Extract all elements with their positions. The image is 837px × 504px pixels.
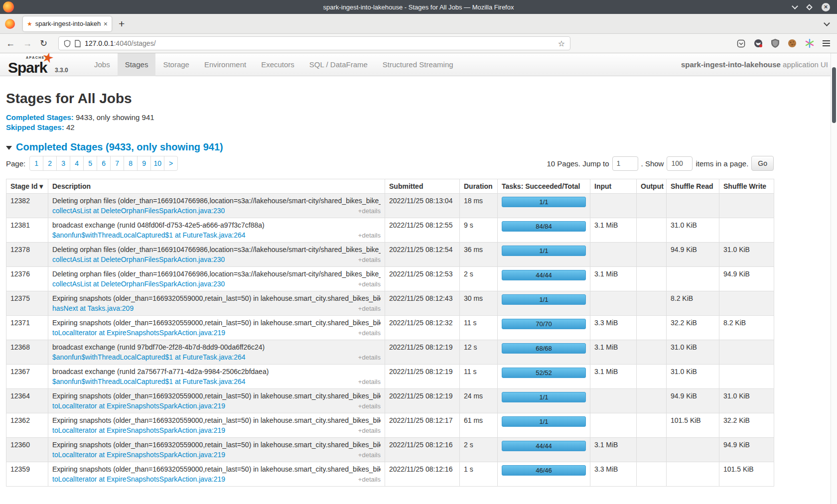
page-scrollbar[interactable] <box>831 53 837 504</box>
go-button[interactable]: Go <box>751 156 774 171</box>
cookie-extension-icon[interactable] <box>788 39 797 48</box>
details-toggle[interactable]: +details <box>355 280 381 288</box>
column-header[interactable]: Input <box>590 179 637 194</box>
pages-jump-label: 10 Pages. Jump to <box>547 159 609 168</box>
browser-tab[interactable]: ★ spark-ingest-into-lakehous × <box>23 16 112 31</box>
page-info-icon[interactable] <box>75 40 81 47</box>
stage-detail-link[interactable]: collectAsList at DeleteOrphanFilesSparkA… <box>52 280 225 288</box>
page-button-1[interactable]: 1 <box>29 156 43 171</box>
details-toggle[interactable]: +details <box>355 207 381 215</box>
page-button->[interactable]: > <box>164 156 178 171</box>
nav-item-storage[interactable]: Storage <box>155 53 197 76</box>
skipped-stages-label[interactable]: Skipped Stages: <box>6 123 64 131</box>
url-bar[interactable]: 127.0.0.1:4040/stages/ ☆ <box>58 36 570 50</box>
column-header[interactable]: Shuffle Write <box>719 179 774 194</box>
details-toggle[interactable]: +details <box>355 427 381 434</box>
page-button-2[interactable]: 2 <box>43 156 57 171</box>
privacy-mask-extension-icon[interactable] <box>754 39 763 48</box>
nav-item-environment[interactable]: Environment <box>197 53 254 76</box>
details-toggle[interactable]: +details <box>355 476 381 483</box>
stage-detail-link[interactable]: $anonfun$withThreadLocalCaptured$1 at Fu… <box>52 378 246 385</box>
details-toggle[interactable]: +details <box>355 402 381 410</box>
page-button-8[interactable]: 8 <box>124 156 138 171</box>
tasks-cell: 52/52 <box>498 365 590 389</box>
column-header[interactable]: Submitted <box>385 179 460 194</box>
details-toggle[interactable]: +details <box>355 451 381 459</box>
page-button-7[interactable]: 7 <box>110 156 124 171</box>
firefox-app-icon[interactable] <box>5 19 15 29</box>
output-cell <box>637 243 667 267</box>
bookmark-star-icon[interactable]: ☆ <box>558 39 565 48</box>
shuffle-write-cell <box>719 365 774 389</box>
description-text: broadcast exchange (runId 97bdf70e-2f28-… <box>52 343 381 351</box>
forward-button-icon[interactable]: → <box>23 38 32 49</box>
column-header[interactable]: Shuffle Read <box>667 179 719 194</box>
column-header[interactable]: Stage Id ▾ <box>6 179 48 194</box>
scrollbar-thumb[interactable] <box>832 67 836 123</box>
column-header[interactable]: Tasks: Succeeded/Total <box>498 179 590 194</box>
reload-button-icon[interactable]: ↻ <box>40 38 47 49</box>
pocket-icon[interactable] <box>737 39 745 48</box>
nav-item-sql-dataframe[interactable]: SQL / DataFrame <box>302 53 375 76</box>
stage-id-cell: 12364 <box>6 389 48 413</box>
tasks-progress-bar: 84/84 <box>502 221 586 232</box>
menu-icon[interactable] <box>823 40 830 46</box>
page-button-10[interactable]: 10 <box>150 156 164 171</box>
completed-stages-section-header[interactable]: Completed Stages (9433, only showing 941… <box>6 141 837 153</box>
new-tab-button[interactable]: + <box>119 18 125 30</box>
output-cell <box>637 316 667 340</box>
stage-detail-link[interactable]: $anonfun$withThreadLocalCaptured$1 at Fu… <box>52 231 246 239</box>
stage-description-cell: broadcast exchange (runId 2a75677f-a771-… <box>48 365 385 389</box>
back-button-icon[interactable]: ← <box>6 38 15 49</box>
stage-detail-link[interactable]: collectAsList at DeleteOrphanFilesSparkA… <box>52 255 225 263</box>
nav-item-jobs[interactable]: Jobs <box>87 53 118 76</box>
details-toggle[interactable]: +details <box>355 256 381 263</box>
column-header[interactable]: Description <box>48 179 385 194</box>
duration-cell: 2 s <box>460 267 498 291</box>
details-toggle[interactable]: +details <box>355 378 381 385</box>
tab-strip: ★ spark-ingest-into-lakehous × + <box>0 14 837 34</box>
shuffle-read-cell <box>667 267 719 291</box>
tab-overflow-chevron-icon[interactable] <box>824 20 830 26</box>
completed-stages-label[interactable]: Completed Stages: <box>6 113 74 122</box>
page-button-5[interactable]: 5 <box>83 156 97 171</box>
submitted-cell: 2022/11/25 08:12:16 <box>385 462 460 487</box>
details-toggle[interactable]: +details <box>355 232 381 239</box>
window-close-icon[interactable]: × <box>822 3 830 11</box>
spark-logo[interactable]: APACHE Spark ★ 3.3.0 <box>7 53 76 76</box>
details-toggle[interactable]: +details <box>355 354 381 361</box>
stage-detail-link[interactable]: $anonfun$withThreadLocalCaptured$1 at Fu… <box>52 353 246 361</box>
description-text: Deleting orphan files (older_than=166910… <box>52 246 381 253</box>
nav-item-executors[interactable]: Executors <box>254 53 302 76</box>
shield-permissions-icon[interactable] <box>64 40 71 47</box>
stage-detail-link[interactable]: toLocalIterator at ExpireSnapshotsSparkA… <box>52 451 225 459</box>
shuffle-read-cell: 101.5 KiB <box>667 413 719 438</box>
column-header[interactable]: Duration <box>460 179 498 194</box>
stage-detail-link[interactable]: hasNext at Tasks.java:209 <box>52 304 134 312</box>
tab-close-icon[interactable]: × <box>104 20 108 28</box>
stage-detail-link[interactable]: toLocalIterator at ExpireSnapshotsSparkA… <box>52 402 225 410</box>
stage-detail-link[interactable]: collectAsList at DeleteOrphanFilesSparkA… <box>52 207 225 215</box>
page-button-6[interactable]: 6 <box>97 156 111 171</box>
window-minimize-icon[interactable] <box>792 3 798 9</box>
details-toggle[interactable]: +details <box>355 329 381 337</box>
stage-detail-link[interactable]: toLocalIterator at ExpireSnapshotsSparkA… <box>52 475 225 483</box>
ublock-origin-icon[interactable] <box>771 39 779 48</box>
jump-to-page-input[interactable] <box>612 156 638 171</box>
stage-detail-link[interactable]: toLocalIterator at ExpireSnapshotsSparkA… <box>52 329 225 337</box>
window-maximize-icon[interactable] <box>806 4 813 10</box>
tasks-progress-bar: 46/46 <box>502 465 586 476</box>
input-cell: 3.1 MiB <box>590 340 637 365</box>
page-button-3[interactable]: 3 <box>56 156 70 171</box>
stage-description-cell: Expiring snapshots (older_than=166932055… <box>48 291 385 316</box>
items-per-page-input[interactable] <box>667 156 693 171</box>
page-button-4[interactable]: 4 <box>70 156 84 171</box>
nav-item-structured-streaming[interactable]: Structured Streaming <box>375 53 461 76</box>
colorful-asterisk-extension-icon[interactable] <box>805 39 814 48</box>
column-header[interactable]: Output <box>637 179 667 194</box>
stage-row-12378: 12378Deleting orphan files (older_than=1… <box>6 243 774 267</box>
details-toggle[interactable]: +details <box>355 305 381 312</box>
stage-detail-link[interactable]: toLocalIterator at ExpireSnapshotsSparkA… <box>52 426 225 434</box>
page-button-9[interactable]: 9 <box>137 156 151 171</box>
nav-item-stages[interactable]: Stages <box>118 53 156 76</box>
